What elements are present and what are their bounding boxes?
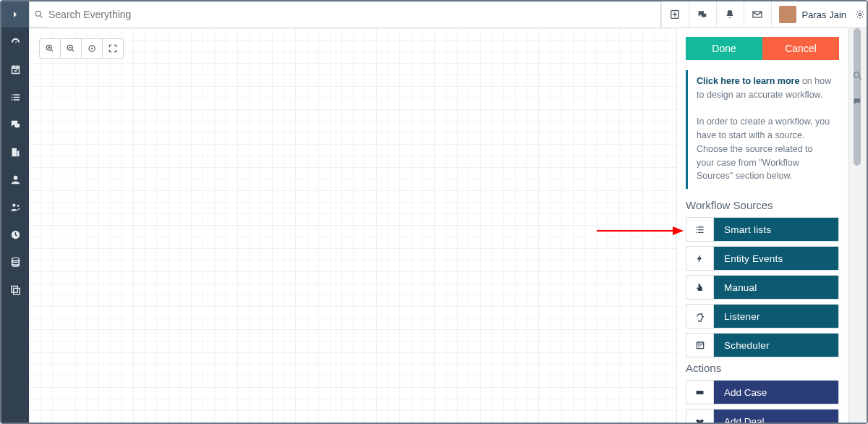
- svg-rect-9: [697, 391, 704, 394]
- action-label: Add Deal: [714, 416, 765, 423]
- calendar-icon: [686, 334, 714, 357]
- list-icon: [686, 218, 714, 241]
- info-text-2: In order to create a workflow, you have …: [697, 116, 830, 181]
- notifications-button[interactable]: [716, 1, 744, 27]
- svg-point-0: [35, 11, 41, 16]
- source-smart-lists[interactable]: Smart lists: [686, 217, 839, 242]
- scrollbar-rail[interactable]: [848, 28, 867, 423]
- source-label: Smart lists: [714, 224, 771, 235]
- source-manual[interactable]: Manual: [686, 275, 839, 300]
- source-label: Scheduler: [714, 340, 770, 351]
- action-label: Add Case: [714, 387, 767, 398]
- avatar: [779, 6, 796, 23]
- user-chip[interactable]: Paras Jain: [771, 1, 854, 27]
- source-label: Entity Events: [714, 253, 783, 264]
- workflow-panel: Done Cancel Click here to learn more on …: [677, 28, 848, 423]
- user-name: Paras Jain: [802, 9, 846, 20]
- action-add-deal[interactable]: Add Deal: [686, 409, 839, 423]
- listen-icon: [686, 305, 714, 328]
- workflow-canvas[interactable]: [29, 28, 677, 423]
- svg-point-10: [854, 72, 860, 78]
- source-scheduler[interactable]: Scheduler: [686, 333, 839, 357]
- add-button[interactable]: [661, 1, 689, 27]
- info-box: Click here to learn more on how to desig…: [686, 70, 839, 189]
- ticket-icon: [686, 381, 714, 404]
- learn-more-link[interactable]: Click here to learn more: [697, 76, 799, 86]
- sidebar-collapse-button[interactable]: [1, 1, 29, 28]
- actions-title: Actions: [686, 362, 839, 374]
- svg-point-7: [91, 48, 93, 49]
- nav-time[interactable]: [1, 221, 29, 248]
- source-label: Listener: [714, 311, 760, 322]
- pointer-icon: [686, 276, 714, 299]
- source-entity-events[interactable]: Entity Events: [686, 246, 839, 271]
- zoom-in-button[interactable]: [39, 38, 61, 59]
- search-box[interactable]: [29, 1, 661, 27]
- nav-tasks[interactable]: [1, 83, 29, 111]
- mail-button[interactable]: [744, 1, 771, 27]
- svg-point-3: [859, 13, 861, 16]
- zoom-fit-button[interactable]: [102, 38, 124, 59]
- left-sidebar: [1, 1, 29, 423]
- zoom-toolbar: [39, 38, 124, 59]
- search-icon[interactable]: [852, 70, 863, 81]
- search-icon: [30, 9, 48, 20]
- nav-companies[interactable]: [1, 138, 29, 166]
- action-add-case[interactable]: Add Case: [686, 380, 839, 404]
- chat-icon[interactable]: [852, 96, 863, 107]
- cancel-button[interactable]: Cancel: [762, 37, 839, 60]
- nav-contacts[interactable]: [1, 166, 29, 193]
- bolt-icon: [686, 247, 714, 270]
- done-button[interactable]: Done: [686, 37, 762, 60]
- search-input[interactable]: [48, 2, 660, 27]
- source-listener[interactable]: Listener: [686, 304, 839, 328]
- topbar: Paras Jain: [29, 1, 867, 28]
- handshake-icon: [686, 410, 714, 423]
- sources-title: Workflow Sources: [686, 199, 839, 211]
- nav-stack[interactable]: [1, 276, 29, 303]
- nav-conversations[interactable]: [1, 111, 29, 138]
- zoom-reset-button[interactable]: [81, 38, 103, 59]
- source-label: Manual: [714, 282, 757, 293]
- zoom-out-button[interactable]: [60, 38, 82, 59]
- nav-users[interactable]: [1, 193, 29, 221]
- settings-button[interactable]: [854, 1, 867, 27]
- nav-dashboard[interactable]: [1, 28, 29, 56]
- nav-data[interactable]: [1, 248, 29, 276]
- nav-calendar[interactable]: [1, 56, 29, 83]
- chat-button[interactable]: [689, 1, 716, 27]
